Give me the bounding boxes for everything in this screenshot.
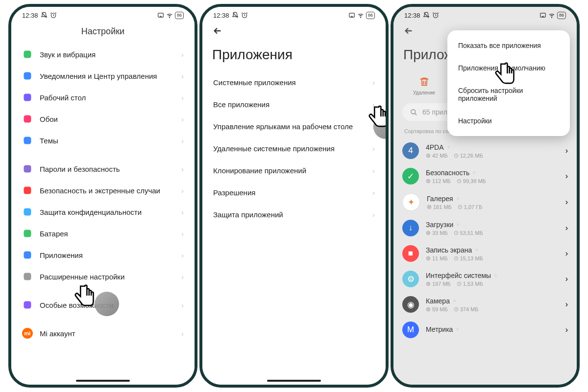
apps-row[interactable]: Разрешения ›: [202, 182, 386, 204]
svg-rect-20: [427, 155, 429, 156]
app-row[interactable]: ✓ Безопасность⁘ 112 МБ 99,38 МБ ›: [393, 163, 577, 189]
apps-row[interactable]: Клонирование приложений ›: [202, 160, 386, 182]
apps-row[interactable]: Управление ярлыками на рабочем столе ›: [202, 115, 386, 138]
app-name: 4PDA⁘: [426, 143, 559, 151]
settings-row[interactable]: Уведомления и Центр управления ›: [15, 65, 191, 87]
app-row[interactable]: ↓ Загрузки⁘ 33 МБ 53,51 МБ ›: [393, 215, 577, 241]
svg-rect-4: [24, 94, 31, 101]
apps-row[interactable]: Удаленные системные приложения ›: [202, 138, 386, 160]
status-dots-icon: ⁘: [456, 196, 460, 201]
chevron-right-icon: ›: [372, 144, 375, 153]
row-label: Пароли и безопасность: [40, 165, 174, 173]
status-time: 12:38: [213, 12, 229, 19]
back-arrow-icon[interactable]: [212, 25, 223, 36]
chevron-right-icon: ›: [565, 146, 568, 155]
status-bar: 12:38 86: [393, 7, 577, 22]
chevron-right-icon: ›: [565, 172, 568, 181]
app-icon: ◉: [402, 296, 419, 313]
row-label: Системные приложения: [213, 78, 372, 87]
svg-point-34: [426, 282, 430, 286]
settings-row[interactable]: Темы ›: [15, 130, 191, 151]
svg-rect-10: [24, 230, 31, 237]
svg-rect-35: [427, 283, 429, 284]
phone-3: 12:38 86 Приложений Удаление 65 приложен…: [391, 4, 580, 388]
uninstall-button[interactable]: Удаление: [413, 76, 435, 95]
dnd-icon: [41, 12, 48, 19]
svg-rect-23: [427, 180, 429, 182]
apps-row[interactable]: Все приложения ›: [202, 93, 386, 115]
watermark-shield: [95, 292, 119, 316]
menu-item[interactable]: Сбросить настройки приложений: [447, 79, 570, 110]
svg-rect-32: [427, 257, 429, 259]
chevron-right-icon: ›: [565, 249, 568, 258]
settings-row[interactable]: Обои ›: [15, 108, 191, 130]
settings-row[interactable]: Пароли и безопасность ›: [15, 158, 191, 180]
chevron-right-icon: ›: [181, 93, 184, 102]
chevron-right-icon: ›: [565, 300, 568, 309]
chevron-right-icon: ›: [372, 100, 375, 109]
app-icon: ⚙: [402, 271, 419, 287]
status-time: 12:38: [404, 12, 420, 19]
svg-point-19: [426, 154, 430, 158]
wifi-icon: [166, 12, 173, 19]
settings-row[interactable]: Батарея ›: [15, 223, 191, 244]
wallpaper-icon: [22, 114, 33, 124]
settings-row[interactable]: Рабочий стол ›: [15, 87, 191, 108]
row-label: Батарея: [40, 230, 174, 238]
row-label: Уведомления и Центр управления: [40, 72, 174, 80]
row-label: Управление ярлыками на рабочем столе: [213, 122, 372, 131]
row-label: Приложения: [40, 251, 174, 259]
app-icon: ✦: [402, 193, 420, 211]
svg-point-37: [426, 307, 430, 311]
settings-row[interactable]: Приложения ›: [15, 244, 191, 266]
apps-row[interactable]: Защита приложений ›: [202, 204, 386, 226]
svg-point-25: [427, 205, 431, 209]
settings-row[interactable]: Защита конфиденциальности ›: [15, 201, 191, 223]
app-row[interactable]: ■ Запись экрана⁘ 11 МБ 15,13 МБ ›: [393, 241, 577, 266]
menu-item[interactable]: Показать все приложения: [447, 34, 570, 57]
back-arrow-icon[interactable]: [403, 25, 414, 36]
row-label: Защита приложений: [213, 210, 372, 219]
app-row[interactable]: ◉ Камера⁘ 59 МБ 374 МБ ›: [393, 292, 577, 317]
home-indicator[interactable]: [76, 380, 130, 382]
app-name: Безопасность⁘: [426, 169, 559, 177]
menu-item[interactable]: Настройки: [447, 110, 570, 132]
app-row[interactable]: М Метрика⁘ ›: [393, 317, 577, 343]
chevron-right-icon: ›: [181, 115, 184, 123]
trash-icon: [419, 76, 430, 87]
svg-rect-8: [24, 187, 31, 194]
apps-icon: [22, 250, 33, 260]
battery-icon: [22, 228, 33, 239]
battery-icon: 86: [175, 12, 184, 19]
overflow-menu: Показать все приложенияПриложения по умо…: [447, 30, 570, 136]
row-mi-account[interactable]: mi Mi аккаунт ›: [15, 323, 191, 344]
alarm-icon: [50, 12, 57, 19]
svg-point-18: [411, 109, 416, 114]
dnd-icon: [423, 12, 430, 19]
row-label: Безопасность и экстренные случаи: [40, 186, 174, 195]
notification-icon: [22, 70, 33, 81]
more-icon: [22, 271, 33, 282]
screen-apps-list: 12:38 86 Приложений Удаление 65 приложен…: [393, 7, 577, 385]
phone-1: 12:38 86 Настройки Звук и вибрация › Уве…: [8, 4, 197, 388]
chevron-right-icon: ›: [372, 210, 375, 219]
svg-rect-13: [24, 301, 31, 309]
chevron-right-icon: ›: [565, 325, 568, 334]
app-row[interactable]: ✦ Галерея⁘ 181 МБ 1,07 ГБ ›: [393, 189, 577, 215]
app-row[interactable]: 4 4PDA⁘ 42 МБ 12,26 МБ ›: [393, 138, 577, 163]
settings-row[interactable]: Безопасность и экстренные случаи ›: [15, 180, 191, 201]
apps-row[interactable]: Системные приложения ›: [202, 71, 386, 93]
chevron-right-icon: ›: [181, 251, 184, 259]
settings-row[interactable]: Звук и вибрация ›: [15, 44, 191, 65]
chevron-right-icon: ›: [181, 208, 184, 216]
page-title: Настройки: [11, 22, 195, 44]
status-dots-icon: ⁘: [453, 299, 457, 303]
mi-logo-icon: mi: [22, 328, 33, 339]
screen-apps-menu: 12:38 86 Приложения Системные приложения…: [202, 7, 386, 385]
app-row[interactable]: ⚙ Интерфейс системы⁘ 197 МБ 1,53 МБ ›: [393, 266, 577, 292]
settings-row[interactable]: Расширенные настройки ›: [15, 266, 191, 287]
menu-item[interactable]: Приложения по умолчанию: [447, 57, 570, 79]
home-indicator[interactable]: [267, 380, 321, 382]
subheader: [202, 22, 386, 40]
chevron-right-icon: ›: [565, 224, 568, 232]
